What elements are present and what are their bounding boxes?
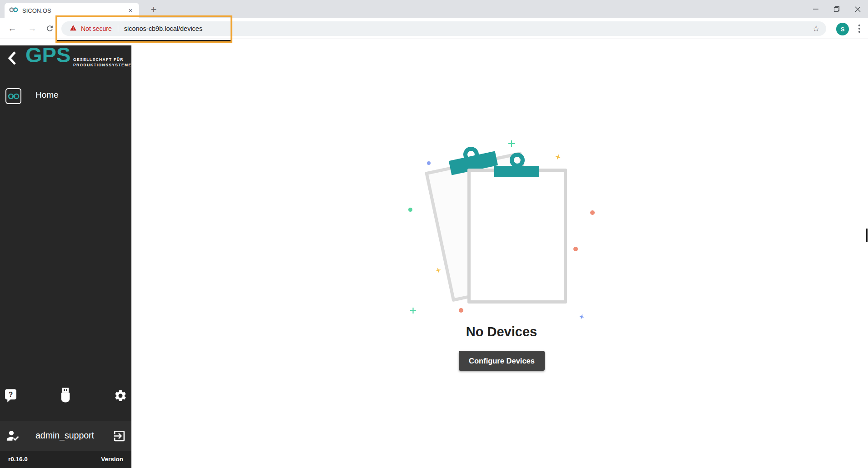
- svg-text:?: ?: [9, 391, 13, 398]
- logout-icon[interactable]: [112, 429, 126, 445]
- configure-devices-button[interactable]: Configure Devices: [459, 351, 545, 371]
- confetti-dot: [427, 161, 431, 165]
- reload-button[interactable]: [43, 22, 56, 35]
- usb-icon[interactable]: [59, 388, 72, 406]
- settings-gear-icon[interactable]: [114, 389, 127, 404]
- gps-logo-subtitle: GESELLSCHAFT FÜR PRODUKTIONSSYSTEME: [73, 57, 131, 68]
- browser-menu-icon[interactable]: [858, 25, 860, 33]
- confetti-dot: [573, 247, 578, 251]
- clipboard-front: [467, 169, 567, 304]
- confetti-dot: [408, 208, 412, 212]
- empty-state-title: No Devices: [411, 324, 592, 339]
- window-controls: [805, 0, 868, 18]
- user-name: admin_support: [35, 430, 94, 441]
- clipboard-front-clip: [494, 166, 539, 177]
- sidebar: GPS GESELLSCHAFT FÜR PRODUKTIONSSYSTEME …: [0, 45, 131, 468]
- confetti-sparkle-icon: [435, 266, 442, 275]
- version-value: r0.16.0: [8, 456, 28, 463]
- new-tab-button[interactable]: +: [147, 3, 160, 16]
- collapse-sidebar-icon[interactable]: [7, 51, 18, 67]
- confetti-plus-icon: [508, 140, 515, 149]
- forward-button[interactable]: →: [26, 22, 39, 35]
- cursor-artifact: [866, 229, 868, 242]
- confetti-sparkle-icon: [578, 313, 585, 322]
- tab-title: SICON.OS: [22, 7, 51, 14]
- close-tab-icon[interactable]: ×: [126, 6, 135, 15]
- confetti-dot: [459, 308, 463, 313]
- browser-window: SICON.OS × + ← →: [0, 0, 868, 468]
- highlight-box: [55, 15, 232, 43]
- sidebar-version-row: r0.16.0 Version: [0, 451, 131, 468]
- siconos-favicon-icon: [9, 6, 18, 15]
- version-label: Version: [101, 456, 123, 463]
- restore-button[interactable]: [826, 0, 847, 18]
- confetti-dot: [590, 210, 595, 215]
- confetti-sparkle-icon: [554, 153, 562, 162]
- bookmark-star-icon[interactable]: ☆: [813, 24, 820, 34]
- siconos-home-icon: [5, 88, 21, 104]
- sidebar-user-row[interactable]: admin_support: [0, 421, 131, 451]
- sidebar-bottom-icons: ?: [0, 384, 131, 408]
- gps-logo: GPS: [25, 45, 70, 67]
- back-button[interactable]: ←: [6, 22, 19, 35]
- profile-avatar[interactable]: S: [836, 23, 849, 35]
- minimize-button[interactable]: [805, 0, 826, 18]
- confetti-plus-icon: [410, 307, 416, 315]
- sidebar-item-home[interactable]: Home: [0, 86, 131, 107]
- devices-page: No Devices Configure Devices: [131, 39, 868, 468]
- help-icon[interactable]: ?: [5, 388, 17, 405]
- close-window-button[interactable]: [847, 0, 868, 18]
- sidebar-item-label: Home: [35, 90, 59, 100]
- user-check-icon: [6, 429, 20, 445]
